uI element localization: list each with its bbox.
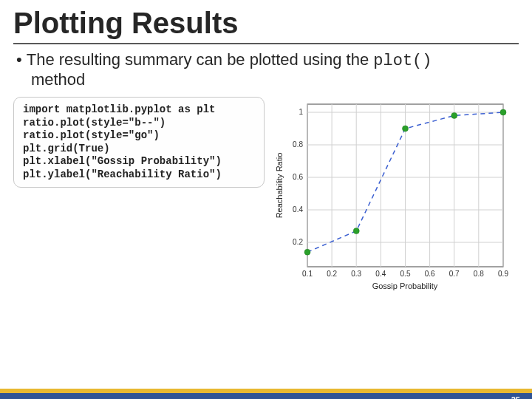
svg-point-30 xyxy=(403,126,409,132)
bullet-code: plot() xyxy=(373,52,432,70)
footer-band xyxy=(0,393,532,399)
svg-text:1: 1 xyxy=(299,108,303,116)
svg-text:0.8: 0.8 xyxy=(293,140,303,149)
svg-text:0.5: 0.5 xyxy=(400,270,411,278)
chart-svg: 0.1 0.2 0.3 0.4 0.5 0.6 0.7 0.8 0.9 0.2 … xyxy=(272,97,516,296)
bullet-text-prefix: The resulting summary can be plotted usi… xyxy=(27,50,374,69)
bullet-dot: • xyxy=(16,50,22,69)
x-axis: 0.1 0.2 0.3 0.4 0.5 0.6 0.7 0.8 0.9 xyxy=(302,270,508,278)
svg-text:0.1: 0.1 xyxy=(302,270,313,278)
bullet-text-suffix: method xyxy=(27,70,86,89)
page-number: 25 xyxy=(511,395,520,399)
svg-text:0.4: 0.4 xyxy=(293,205,303,214)
chart: 0.1 0.2 0.3 0.4 0.5 0.6 0.7 0.8 0.9 0.2 … xyxy=(272,97,516,296)
svg-text:0.8: 0.8 xyxy=(474,270,484,278)
y-axis: 0.2 0.4 0.6 0.8 1 xyxy=(293,108,303,246)
svg-text:0.9: 0.9 xyxy=(498,270,508,278)
svg-text:0.6: 0.6 xyxy=(425,270,435,278)
svg-text:0.6: 0.6 xyxy=(293,173,303,181)
svg-point-32 xyxy=(500,109,506,115)
code-pre: import matplotlib.pyplot as plt ratio.pl… xyxy=(23,103,255,181)
bullet-line: •The resulting summary can be plotted us… xyxy=(16,50,516,89)
svg-point-31 xyxy=(451,112,457,118)
x-axis-label: Gossip Probability xyxy=(372,282,438,290)
slide-title: Plotting Results xyxy=(13,7,532,38)
svg-point-29 xyxy=(353,228,359,234)
svg-point-28 xyxy=(304,249,310,255)
code-block: import matplotlib.pyplot as plt ratio.pl… xyxy=(13,97,265,188)
svg-text:0.7: 0.7 xyxy=(449,270,460,278)
slide: Plotting Results •The resulting summary … xyxy=(0,7,532,399)
svg-text:0.2: 0.2 xyxy=(327,270,337,278)
content-row: import matplotlib.pyplot as plt ratio.pl… xyxy=(0,97,532,296)
y-axis-label: Reachability Ratio xyxy=(275,153,284,219)
title-divider xyxy=(13,43,519,44)
svg-text:0.2: 0.2 xyxy=(293,238,303,246)
svg-text:0.3: 0.3 xyxy=(351,270,361,278)
footer: 25 xyxy=(0,384,532,399)
svg-text:0.4: 0.4 xyxy=(375,270,386,278)
